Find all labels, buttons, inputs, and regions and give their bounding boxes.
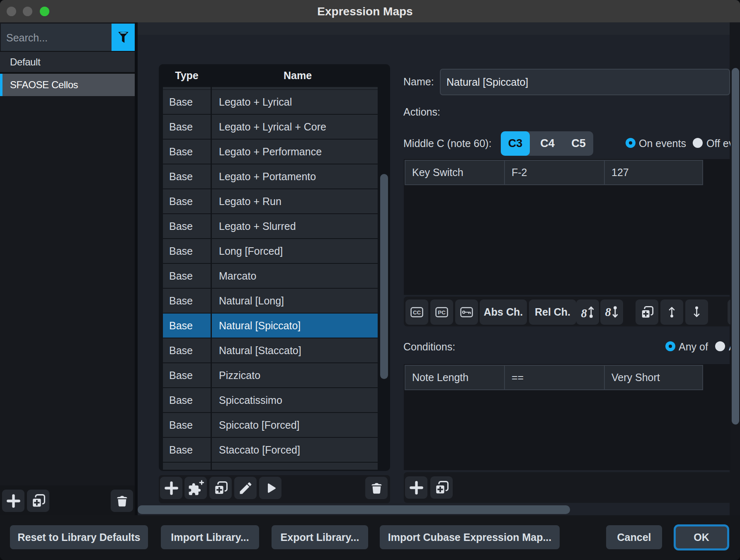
svg-text:8: 8 [581, 307, 587, 320]
svg-text:CC: CC [413, 309, 421, 315]
svg-text:PC: PC [438, 309, 446, 315]
svg-text:8: 8 [605, 306, 611, 319]
